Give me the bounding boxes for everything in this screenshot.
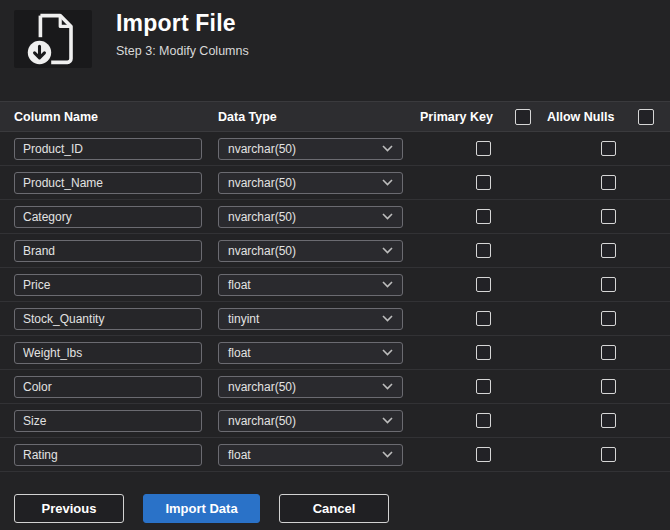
chevron-down-icon	[382, 179, 393, 186]
table-row: float	[0, 268, 670, 302]
chevron-down-icon	[382, 247, 393, 254]
data-type-dropdown[interactable]: float	[218, 444, 403, 466]
allow-nulls-checkbox[interactable]	[601, 413, 616, 428]
primary-key-checkbox[interactable]	[476, 175, 491, 190]
column-name-input[interactable]	[14, 410, 202, 432]
primary-key-checkbox[interactable]	[476, 345, 491, 360]
table-row: nvarchar(50)	[0, 200, 670, 234]
data-type-dropdown[interactable]: float	[218, 342, 403, 364]
table-body: nvarchar(50) nvarchar(50)	[0, 132, 670, 472]
table-row: nvarchar(50)	[0, 404, 670, 438]
data-type-dropdown[interactable]: tinyint	[218, 308, 403, 330]
import-file-dialog: Import File Step 3: Modify Columns Colum…	[0, 0, 670, 523]
primary-key-checkbox[interactable]	[476, 277, 491, 292]
primary-key-select-all-checkbox[interactable]	[515, 109, 531, 125]
column-name-input[interactable]	[14, 206, 202, 228]
allow-nulls-checkbox[interactable]	[601, 209, 616, 224]
column-name-input[interactable]	[14, 444, 202, 466]
chevron-down-icon	[382, 349, 393, 356]
allow-nulls-checkbox[interactable]	[601, 345, 616, 360]
footer-actions: Previous Import Data Cancel	[0, 472, 670, 523]
allow-nulls-select-all-checkbox[interactable]	[638, 109, 654, 125]
data-type-value: float	[228, 278, 251, 292]
primary-key-checkbox[interactable]	[476, 379, 491, 394]
allow-nulls-checkbox[interactable]	[601, 243, 616, 258]
chevron-down-icon	[382, 213, 393, 220]
data-type-value: nvarchar(50)	[228, 244, 296, 258]
allow-nulls-checkbox[interactable]	[601, 277, 616, 292]
chevron-down-icon	[382, 281, 393, 288]
data-type-value: float	[228, 346, 251, 360]
data-type-dropdown[interactable]: nvarchar(50)	[218, 376, 403, 398]
primary-key-checkbox[interactable]	[476, 209, 491, 224]
chevron-down-icon	[382, 451, 393, 458]
data-type-value: nvarchar(50)	[228, 414, 296, 428]
column-name-input[interactable]	[14, 342, 202, 364]
data-type-dropdown[interactable]: nvarchar(50)	[218, 206, 403, 228]
dialog-header: Import File Step 3: Modify Columns	[0, 0, 670, 90]
primary-key-checkbox[interactable]	[476, 447, 491, 462]
column-name-input[interactable]	[14, 274, 202, 296]
data-type-value: nvarchar(50)	[228, 142, 296, 156]
table-header-row: Column Name Data Type Primary Key Allow …	[0, 101, 670, 132]
chevron-down-icon	[382, 417, 393, 424]
column-name-input[interactable]	[14, 172, 202, 194]
data-type-value: nvarchar(50)	[228, 176, 296, 190]
primary-key-checkbox[interactable]	[476, 413, 491, 428]
chevron-down-icon	[382, 315, 393, 322]
data-type-value: nvarchar(50)	[228, 380, 296, 394]
cancel-button[interactable]: Cancel	[279, 494, 389, 523]
col-header-primary-key: Primary Key	[420, 110, 493, 124]
chevron-down-icon	[382, 383, 393, 390]
table-row: nvarchar(50)	[0, 132, 670, 166]
column-name-input[interactable]	[14, 138, 202, 160]
data-type-value: tinyint	[228, 312, 259, 326]
data-type-dropdown[interactable]: nvarchar(50)	[218, 172, 403, 194]
data-type-dropdown[interactable]: nvarchar(50)	[218, 138, 403, 160]
col-header-data-type: Data Type	[218, 110, 420, 124]
data-type-dropdown[interactable]: nvarchar(50)	[218, 410, 403, 432]
data-type-dropdown[interactable]: float	[218, 274, 403, 296]
primary-key-checkbox[interactable]	[476, 141, 491, 156]
table-row: float	[0, 336, 670, 370]
table-row: nvarchar(50)	[0, 166, 670, 200]
column-name-input[interactable]	[14, 240, 202, 262]
column-name-input[interactable]	[14, 376, 202, 398]
column-name-input[interactable]	[14, 308, 202, 330]
table-row: tinyint	[0, 302, 670, 336]
allow-nulls-checkbox[interactable]	[601, 311, 616, 326]
primary-key-checkbox[interactable]	[476, 311, 491, 326]
allow-nulls-checkbox[interactable]	[601, 141, 616, 156]
columns-table: Column Name Data Type Primary Key Allow …	[0, 101, 670, 472]
import-file-icon	[14, 10, 92, 68]
primary-key-checkbox[interactable]	[476, 243, 491, 258]
chevron-down-icon	[382, 145, 393, 152]
col-header-allow-nulls: Allow Nulls	[547, 110, 614, 124]
import-data-button[interactable]: Import Data	[143, 494, 260, 523]
table-row: float	[0, 438, 670, 472]
allow-nulls-checkbox[interactable]	[601, 379, 616, 394]
allow-nulls-checkbox[interactable]	[601, 447, 616, 462]
page-title: Import File	[116, 10, 249, 37]
table-row: nvarchar(50)	[0, 234, 670, 268]
previous-button[interactable]: Previous	[14, 494, 124, 523]
col-header-column-name: Column Name	[0, 110, 218, 124]
table-row: nvarchar(50)	[0, 370, 670, 404]
step-subtitle: Step 3: Modify Columns	[116, 44, 249, 58]
allow-nulls-checkbox[interactable]	[601, 175, 616, 190]
data-type-value: float	[228, 448, 251, 462]
data-type-value: nvarchar(50)	[228, 210, 296, 224]
header-titles: Import File Step 3: Modify Columns	[116, 8, 249, 58]
data-type-dropdown[interactable]: nvarchar(50)	[218, 240, 403, 262]
